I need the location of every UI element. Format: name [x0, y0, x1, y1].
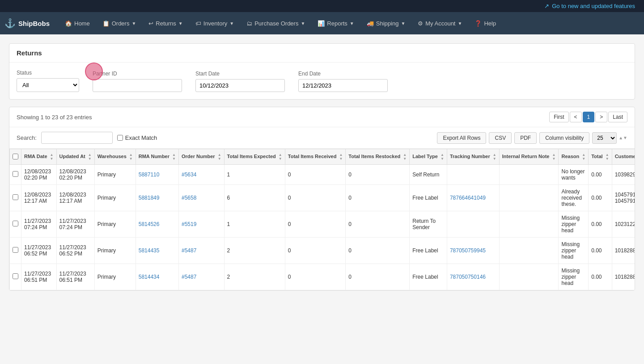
order-number-cell[interactable]: #5487	[179, 238, 225, 264]
pagination-last[interactable]: Last	[608, 112, 627, 122]
updated-at-cell: 12/08/2023 02:20 PM	[56, 165, 94, 185]
exact-match-checkbox[interactable]	[117, 135, 123, 141]
th-rma-number[interactable]: RMA Number ▲▼	[136, 149, 178, 165]
order-number-cell[interactable]: #5634	[179, 165, 225, 185]
th-total-expected[interactable]: Total Items Expected ▲▼	[224, 149, 285, 165]
nav-po-label: Purchase Orders	[254, 20, 298, 27]
help-icon: ❓	[475, 20, 482, 27]
nav-shipping[interactable]: 🚚 Shipping ▼	[360, 12, 412, 34]
customer-return-types-cell: 1039829292.Refund	[612, 165, 635, 185]
search-input[interactable]	[41, 132, 113, 144]
nav-returns-label: Returns	[156, 20, 176, 27]
export-all-rows-button[interactable]: Export All Rows	[437, 132, 486, 144]
th-reason[interactable]: Reason ▲▼	[559, 149, 589, 165]
nav-inventory[interactable]: 🏷 Inventory ▼	[189, 12, 240, 34]
tracking-number-cell[interactable]: 787050750146	[447, 264, 499, 290]
status-filter-select[interactable]: All	[17, 78, 79, 92]
tracking-number-cell[interactable]	[447, 165, 499, 185]
nav-my-account[interactable]: ⚙ My Account ▼	[411, 12, 468, 34]
warehouses-cell: Primary	[94, 185, 136, 211]
th-total-restocked[interactable]: Total Items Restocked ▲▼	[346, 149, 410, 165]
partner-id-label: Partner ID	[93, 71, 182, 77]
table-showing-info: Showing 1 to 23 of 23 entries	[17, 114, 92, 121]
row-checkbox-2[interactable]	[13, 221, 18, 226]
tracking-number-cell[interactable]	[447, 211, 499, 238]
th-internal-return-note[interactable]: Internal Return Note ▲▼	[499, 149, 559, 165]
per-page-group: 25 50 100 ▲▼	[592, 132, 627, 144]
th-customer-return-types[interactable]: Customer Return Types ▲▼	[612, 149, 635, 165]
total-restocked-cell: 0	[346, 211, 410, 238]
total-expected-cell: 2	[224, 238, 285, 264]
warehouses-cell: Primary	[94, 165, 136, 185]
internal-return-note-cell	[499, 264, 559, 290]
pagination-prev[interactable]: <	[570, 112, 582, 122]
row-checkbox-3[interactable]	[13, 247, 18, 253]
th-tracking-number[interactable]: Tracking Number ▲▼	[447, 149, 499, 165]
th-rma-date[interactable]: RMA Date ▲▼	[21, 149, 57, 165]
nav-orders-label: Orders	[112, 20, 130, 27]
rma-number-cell[interactable]: 5887110	[136, 165, 178, 185]
row-checkbox-1[interactable]	[13, 194, 18, 200]
th-total[interactable]: Total ▲▼	[589, 149, 612, 165]
total-expected-cell: 6	[224, 185, 285, 211]
nav-purchase-orders[interactable]: 🗂 Purchase Orders ▼	[240, 12, 311, 34]
customer-return-types-cell: 1023122979.Refund	[612, 211, 635, 238]
table-container: RMA Date ▲▼ Updated At ▲▼ Warehouses ▲▼ …	[9, 149, 635, 290]
returns-filter-card: Returns Status All Partner ID Start Date…	[9, 43, 635, 100]
rma-number-cell[interactable]: 5814434	[136, 264, 178, 290]
order-number-cell[interactable]: #5487	[179, 264, 225, 290]
select-all-checkbox[interactable]	[13, 154, 18, 159]
internal-return-note-cell	[499, 185, 559, 211]
reason-cell: Already received these.	[559, 185, 589, 211]
order-number-cell[interactable]: #5519	[179, 211, 225, 238]
returns-table: RMA Date ▲▼ Updated At ▲▼ Warehouses ▲▼ …	[9, 149, 635, 290]
internal-return-note-cell	[499, 211, 559, 238]
th-checkbox	[10, 149, 21, 165]
pagination-next[interactable]: >	[595, 112, 607, 122]
top-banner: ↗ Go to new and updated features	[0, 0, 644, 12]
nav-home[interactable]: 🏠 Home	[59, 12, 96, 34]
pdf-button[interactable]: PDF	[514, 132, 537, 144]
th-total-received[interactable]: Total Items Received ▲▼	[285, 149, 346, 165]
row-checkbox-0[interactable]	[13, 171, 18, 177]
total-restocked-cell: 0	[346, 264, 410, 290]
column-visibility-button[interactable]: Column visibility	[539, 132, 589, 144]
internal-return-note-cell	[499, 165, 559, 185]
logo-text: ShipBobs	[18, 20, 50, 27]
main-nav: ⚓ ShipBobs 🏠 Home 📋 Orders ▼ ↩ Returns ▼…	[0, 12, 644, 34]
pagination-first[interactable]: First	[549, 112, 568, 122]
search-actions: Export All Rows CSV PDF Column visibilit…	[437, 132, 627, 144]
th-warehouses[interactable]: Warehouses ▲▼	[94, 149, 136, 165]
nav-reports[interactable]: 📊 Reports ▼	[311, 12, 360, 34]
rma-number-cell[interactable]: 5814526	[136, 211, 178, 238]
per-page-select[interactable]: 25 50 100	[592, 132, 617, 144]
rma-number-cell[interactable]: 5881849	[136, 185, 178, 211]
pagination-current[interactable]: 1	[583, 112, 595, 122]
table-row: 12/08/2023 02:20 PM12/08/2023 02:20 PMPr…	[10, 165, 635, 185]
order-number-cell[interactable]: #5658	[179, 185, 225, 211]
shipping-dropdown-arrow: ▼	[401, 21, 405, 26]
main-content: Returns Status All Partner ID Start Date…	[0, 34, 644, 300]
reason-cell: Missing zipper head	[559, 211, 589, 238]
tracking-number-cell[interactable]: 787664641049	[447, 185, 499, 211]
reports-icon: 📊	[318, 20, 325, 27]
tracking-number-cell[interactable]: 787050759945	[447, 238, 499, 264]
status-filter-label: Status	[17, 70, 79, 76]
start-date-input[interactable]	[195, 79, 285, 92]
start-date-filter-group: Start Date	[195, 71, 285, 92]
new-features-link[interactable]: Go to new and updated features	[552, 3, 635, 9]
th-updated-at[interactable]: Updated At ▲▼	[56, 149, 94, 165]
th-label-type[interactable]: Label Type ▲▼	[410, 149, 447, 165]
rma-number-cell[interactable]: 5814435	[136, 238, 178, 264]
nav-returns[interactable]: ↩ Returns ▼	[142, 12, 189, 34]
end-date-input[interactable]	[298, 79, 388, 92]
nav-orders[interactable]: 📋 Orders ▼	[96, 12, 143, 34]
row-checkbox-4[interactable]	[13, 273, 18, 279]
nav-help[interactable]: ❓ Help	[468, 12, 502, 34]
external-link-icon: ↗	[544, 3, 549, 9]
csv-button[interactable]: CSV	[489, 132, 512, 144]
partner-id-input[interactable]	[93, 79, 182, 92]
logo-link[interactable]: ⚓ ShipBobs	[4, 18, 50, 29]
total-received-cell: 0	[285, 185, 346, 211]
th-order-number[interactable]: Order Number ▲▼	[179, 149, 225, 165]
